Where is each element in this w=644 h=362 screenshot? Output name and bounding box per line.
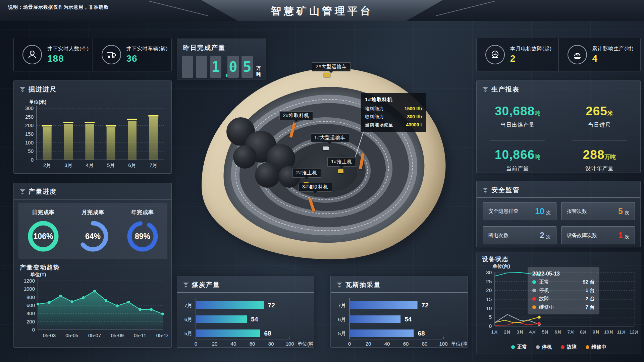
panel-collapse-icon[interactable] <box>483 87 488 92</box>
svg-text:6月: 6月 <box>555 329 562 335</box>
output-trend-line-chart: 单位(T)02004006008001000120005-0305-0505-0… <box>16 272 168 343</box>
svg-text:25: 25 <box>486 279 492 284</box>
gauge-yearly: 年完成率 89% <box>125 209 160 255</box>
panel-collapse-icon[interactable] <box>183 283 189 288</box>
svg-text:4月: 4月 <box>86 162 94 168</box>
safety-alarm-count: 报警次数 5次 <box>561 202 635 220</box>
legend-stopped[interactable]: 停机 <box>536 344 552 350</box>
completion-gauges: 日完成率 106% 月完成率 64% 年完成率 89% <box>18 203 167 259</box>
svg-text:0: 0 <box>195 341 197 347</box>
device-status-legend: 正常 停机 故障 维修中 <box>477 344 641 350</box>
stat-production-impact: 累计影响生产(时) 4 <box>558 38 641 71</box>
svg-text:100: 100 <box>285 341 294 347</box>
svg-text:20: 20 <box>486 287 492 293</box>
svg-text:单位(吨): 单位(吨) <box>451 341 467 347</box>
header-bar: 说明：场景展示数据仅作为示意用，非准确数 智慧矿山管理平台 <box>0 0 644 21</box>
stat-underground-people: 井下实时人数(个) 188 <box>14 38 93 71</box>
svg-text:6月: 6月 <box>128 162 136 168</box>
svg-text:150: 150 <box>25 131 34 137</box>
scene-label-truck-2[interactable]: 2#大型运输车 <box>312 62 351 71</box>
svg-text:10: 10 <box>486 305 492 311</box>
svg-text:54: 54 <box>405 316 412 323</box>
svg-text:05-03: 05-03 <box>43 333 56 338</box>
svg-text:1000: 1000 <box>24 286 35 292</box>
motor-fault-stats-card: 本月电机故障(起) 2 累计影响生产(时) 4 <box>476 38 641 71</box>
stat-motor-faults: 本月电机故障(起) 2 <box>477 38 558 71</box>
svg-text:05-09: 05-09 <box>111 333 124 338</box>
haul-truck-1 <box>323 146 329 150</box>
svg-text:3月: 3月 <box>517 329 524 335</box>
tooltip-row-value: 300 t/h <box>407 114 422 120</box>
tooltip-row-label: 堆料能力 <box>365 106 384 112</box>
svg-text:7月: 7月 <box>184 302 192 308</box>
excavation-footage-panel: 掘进进尺 单位(米)0501001502002503002月3月4月5月6月7月 <box>13 80 172 174</box>
scene-label-truck-1[interactable]: 1#大型运输车 <box>311 133 349 142</box>
svg-text:40: 40 <box>231 341 236 347</box>
gauge-daily: 日完成率 106% <box>26 209 61 255</box>
svg-text:5月: 5月 <box>107 162 115 168</box>
svg-text:单位(台): 单位(台) <box>492 264 510 269</box>
tooltip-row-fault: 故障2 台 <box>532 296 595 302</box>
svg-text:60: 60 <box>403 341 409 347</box>
scene-label-dozer-2[interactable]: 2#推土机 <box>292 169 321 178</box>
yesterday-output-title: 昨日完成产量 <box>177 39 266 55</box>
svg-text:单位(T): 单位(T) <box>30 272 46 277</box>
svg-text:05-07: 05-07 <box>88 333 101 338</box>
scene-label-dozer-1[interactable]: 1#推土机 <box>327 158 356 167</box>
device-status-title: 设备状态 <box>482 255 509 263</box>
svg-text:72: 72 <box>268 302 275 309</box>
legend-repair[interactable]: 维修中 <box>586 344 607 350</box>
digit-box: 0 <box>227 56 239 78</box>
svg-text:250: 250 <box>25 114 34 120</box>
svg-text:20: 20 <box>366 341 371 347</box>
monthly-completion-donut: 64% <box>75 219 110 254</box>
coal-panel-header: 煤炭产量 <box>177 276 314 293</box>
production-progress-panel: 产量进度 日完成率 106% 月完成率 64% 年完成率 89% 产量变动趋势 … <box>13 183 172 348</box>
svg-text:7月: 7月 <box>150 162 157 168</box>
svg-text:68: 68 <box>418 330 425 337</box>
coal-output-hbar-chart: 020406080100单位(吨)7月726月545月68 <box>178 293 313 347</box>
svg-text:单位(吨): 单位(吨) <box>297 341 313 347</box>
gas-panel-header: 瓦斯抽采量 <box>331 276 468 293</box>
svg-text:2月: 2月 <box>504 329 511 335</box>
svg-text:05-05: 05-05 <box>65 333 78 338</box>
safety-supervision-panel: 安全监管 安全隐患排查 10次 报警次数 5次 断电次数 2次 设备故障次数 1… <box>476 181 641 247</box>
trend-chart-title: 产量变动趋势 <box>20 263 60 272</box>
svg-text:0: 0 <box>489 323 492 329</box>
device-status-tooltip: 2022-05-13 正常92 台 停机1 台 故障2 台 维修中7 台 <box>528 267 599 314</box>
scene-label-stacker-3[interactable]: 3#堆取料机 <box>299 183 332 192</box>
report-current-output: 10,866吨 当前产量 <box>477 134 558 176</box>
svg-text:40: 40 <box>384 341 390 347</box>
svg-text:600: 600 <box>26 302 35 308</box>
svg-text:200: 200 <box>25 122 34 128</box>
tooltip-row-normal: 正常92 台 <box>532 279 595 285</box>
panel-collapse-icon[interactable] <box>337 283 342 288</box>
legend-normal[interactable]: 正常 <box>511 344 527 350</box>
report-daily-coal: 30,688吨 当日出煤产量 <box>477 98 558 132</box>
svg-text:5月: 5月 <box>542 329 549 335</box>
excavation-panel-header: 掘进进尺 <box>14 81 171 97</box>
underground-stats-card: 井下实时人数(个) 188 井下实时车辆(辆) 36 <box>13 38 172 71</box>
svg-text:8月: 8月 <box>580 329 587 335</box>
svg-text:100: 100 <box>25 140 34 145</box>
scene-label-stacker-2[interactable]: 2#堆取料机 <box>279 111 313 120</box>
miner-icon <box>22 45 42 64</box>
digit-box <box>182 56 193 78</box>
panel-collapse-icon[interactable] <box>20 189 25 194</box>
svg-text:05-13: 05-13 <box>156 333 168 338</box>
panel-collapse-icon[interactable] <box>483 188 488 193</box>
safety-grid: 安全隐患排查 10次 报警次数 5次 断电次数 2次 设备故障次数 1次 <box>483 202 635 244</box>
panel-collapse-icon[interactable] <box>20 87 25 92</box>
svg-text:0: 0 <box>32 327 35 333</box>
legend-fault[interactable]: 故障 <box>561 344 577 350</box>
safety-hazard-checks: 安全隐患排查 10次 <box>483 202 556 220</box>
svg-text:单位(米): 单位(米) <box>29 99 46 105</box>
svg-text:400: 400 <box>26 310 35 316</box>
svg-text:1200: 1200 <box>24 278 35 284</box>
svg-text:7月: 7月 <box>567 329 574 335</box>
production-report-panel: 生产报表 30,688吨 当日出煤产量 265米 当日进尺 10,866吨 当前… <box>476 80 641 173</box>
progress-panel-header: 产量进度 <box>14 183 171 199</box>
yesterday-output-panel: 昨日完成产量 1 . 0 5 万 吨 <box>177 39 266 79</box>
bulldozer-1 <box>338 169 343 173</box>
scene-tooltip-stacker-1[interactable]: 1#堆取料机 堆料能力1500 t/h 取料能力300 t/h 当前堆场储量43… <box>361 93 426 132</box>
